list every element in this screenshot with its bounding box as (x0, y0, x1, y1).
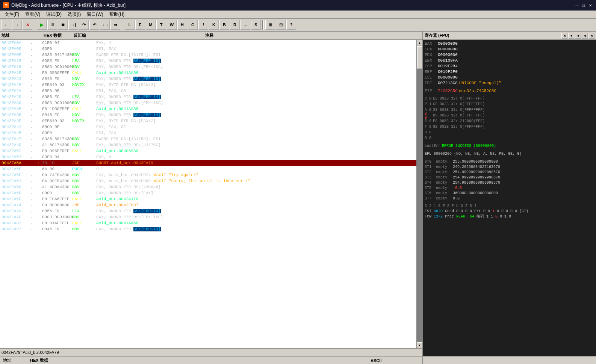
menu-debug[interactable]: 调试(D) (43, 11, 65, 18)
tb-pause[interactable]: ⏸ (47, 20, 57, 30)
disasm-row[interactable]: 0042FA5A↓7D 1DJGE SHORT Acid_bur.0042FA7… (0, 160, 416, 166)
tb-stepinto[interactable]: →| (68, 20, 78, 30)
disasm-row[interactable]: 0042FA6D.8B00MOV EAX, DWORD PTR DS:[EAX] (0, 190, 416, 196)
tb-trace[interactable]: ⇒ (110, 20, 120, 30)
tb-grid[interactable]: ⊞ (265, 20, 275, 30)
disasm-row[interactable]: 0042FA87.8B45 F0MOV EAX, DWORD PTR SS:[E… (0, 226, 416, 232)
reg-ecx-name: ECX (425, 47, 438, 51)
tb-T[interactable]: T (156, 20, 166, 30)
disasm-row[interactable]: 0042FA5C6A 00PUSH 0 (0, 166, 416, 172)
tb-H[interactable]: H (177, 20, 187, 30)
disasm-row[interactable]: 0042FA1E.E8 35B0FEFFCALL Acid_bur.0041AA… (0, 70, 416, 76)
disasm-row[interactable]: 0042FA5E.B9 74FB4200MOV ECX, Acid_bur.00… (0, 172, 416, 178)
tb-C[interactable]: C (188, 20, 198, 30)
reg-nav-left4[interactable]: ◄ (582, 33, 588, 39)
disasm-scrollbar[interactable]: ▲ ▼ (416, 40, 422, 348)
tb-help2[interactable]: ? (286, 20, 296, 30)
tb-grid2[interactable]: ⊟ (276, 20, 286, 30)
reg-nav-left5[interactable]: ◄ (588, 33, 594, 39)
tb-S[interactable]: S (251, 20, 261, 30)
menu-window[interactable]: 窗口(W) (84, 11, 106, 18)
tb-E[interactable]: E (135, 20, 145, 30)
scroll-down-btn[interactable]: ▼ (417, 342, 423, 348)
disasm-row[interactable]: 0042FA2D.8D55 ECLEA EDX, DWORD PTR SS:[E… (0, 94, 416, 100)
st7-state: empty (436, 196, 453, 201)
tb-B[interactable]: B (219, 20, 229, 30)
reg-nav-left3[interactable]: ◄ (575, 33, 581, 39)
tb-stop[interactable]: ✕ (23, 20, 32, 30)
disasm-row[interactable]: 0042FA15.8D55 F0LEA EDX, DWORD PTR SS:[E… (0, 58, 416, 64)
tb-K[interactable]: K (209, 20, 219, 30)
menu-view[interactable]: 查看(V) (22, 11, 43, 18)
disasm-row[interactable]: 0042FA52.E8 D96EFDFFCALL Acid_bur.004069… (0, 148, 416, 154)
reg-edx-val[interactable]: 00000000 (438, 53, 458, 57)
close-button[interactable]: ✕ (588, 3, 593, 8)
tb-dots[interactable]: ... (241, 20, 250, 30)
tb-slash[interactable]: / (198, 20, 208, 30)
tb-R[interactable]: R (230, 20, 240, 30)
reg-esp-val[interactable]: 0019F2B4 (438, 64, 458, 68)
disasm-dot: . (30, 89, 35, 93)
reg-ebp-val[interactable]: 0019F2F0 (438, 69, 458, 74)
disasm-row[interactable]: 0042FA45.03F0ADD ESI, EAX (0, 130, 416, 136)
disasm-row[interactable]: 0042FA7C.8B83 DC010000MOV EAX, DWORD PTR… (0, 214, 416, 220)
disasm-row[interactable]: 0042FA42.6BC0 0EIMUL EAX, EAX, 0E (0, 124, 416, 130)
tb-M[interactable]: M (146, 20, 156, 30)
minimize-button[interactable]: — (574, 3, 579, 8)
disasm-row[interactable]: 0042FA63.BA 80FB4200MOV EDX, Acid_bur.00… (0, 178, 416, 184)
disasm-row[interactable]: 0042FA36.E8 1DB0FEFFCALL Acid_bur.0041AA… (0, 106, 416, 112)
disasm-addr: 0042FA2D (0, 95, 30, 99)
disasm-row[interactable]: 0042FA79.8D55 F0LEA EDX, DWORD PTR SS:[E… (0, 208, 416, 214)
hdr-comment: 注释 (204, 33, 422, 38)
reg-esi-val[interactable]: 00000000 (438, 75, 458, 80)
scroll-thumb[interactable] (417, 46, 422, 69)
reg-ebx-val[interactable]: 006109FA (438, 58, 458, 63)
disasm-row[interactable]: 0042FA82.E8 D1AFFEFFCALL Acid_bur.0041AA… (0, 220, 416, 226)
disasm-row[interactable]: 0042FA68.A1 480A4300MOV EAX, DWORD PTR D… (0, 184, 416, 190)
reg-nav-left2[interactable]: ◄ (568, 33, 574, 39)
disasm-mnemonic: LEA (72, 59, 95, 63)
reg-edi-val[interactable]: 007213C8 (438, 81, 458, 85)
maximize-button[interactable]: □ (581, 3, 586, 8)
disasm-row[interactable]: 0042FA57.83F8 04CMP EAX, 4 (0, 154, 416, 160)
disasm-row[interactable]: 0042FA3B.8B45 ECMOV EAX, DWORD PTR SS:[E… (0, 112, 416, 118)
tb-restart[interactable]: ⏹ (58, 20, 68, 30)
reg-ecx-val[interactable]: 00000000 (438, 47, 458, 51)
menu-file[interactable]: 文件(F) (2, 11, 22, 18)
tb-L[interactable]: L (125, 20, 135, 30)
disasm-row[interactable]: 0042FA0A.C1E0 04SHL EAX, 4 (0, 40, 416, 46)
st3-val: 254.99999999999998670 (453, 175, 500, 180)
reg-segs-t: T 0 GS 002B 32↕ O(FFFFFFFF) (425, 124, 594, 130)
tb-stepover[interactable]: ↷ (79, 20, 89, 30)
disasm-mnemonic: SHL (72, 41, 95, 45)
disasm-row[interactable]: 0042FA0D.03F0ADD ESI, EAX (0, 46, 416, 52)
tb-animate[interactable]: →→ (100, 20, 110, 30)
tb-back[interactable]: ← (2, 20, 11, 30)
disasm-row[interactable]: 0042FA18.8B83 DC010000MOV EAX, DWORD PTR… (0, 64, 416, 70)
scroll-up-btn[interactable]: ▲ (417, 40, 423, 46)
flag-p-name: P 1 (425, 102, 431, 106)
tb-stepout[interactable]: ↶ (89, 20, 99, 30)
disasm-row[interactable]: 0042FA0F.8935 54174300MOV DWORD PTR DS:[… (0, 52, 416, 58)
disasm-hex: 8D55 F0 (42, 209, 72, 213)
disasm-row[interactable]: 0042FA3E.0FB640 02MOVZX EAX, BYTE PTR DS… (0, 118, 416, 124)
disasm-row[interactable]: 0042FA2A.6BF0 0BIMUL ESI, EAX, 0B (0, 88, 416, 94)
disasm-row[interactable]: 0042FA4D.A1 6C174300MOV EAX, DWORD PTR D… (0, 142, 416, 148)
disasm-row[interactable]: 0042FA74.E9 BE000000JMP Acid_bur.0042FB3… (0, 202, 416, 208)
reg-nav-left1[interactable]: ◄ (561, 33, 567, 39)
disasm-operand: ESI, EAX, 0B (95, 89, 126, 93)
menu-options[interactable]: 选项(I) (65, 11, 84, 18)
disasm-row[interactable]: 0042FA6F.E8 FCA6FFFFCALL Acid_bur.0042A1… (0, 196, 416, 202)
disasm-row[interactable]: 0042FA26.0FB640 03MOVZX EAX, BYTE PTR DS… (0, 82, 416, 88)
menu-help[interactable]: 帮助(H) (106, 11, 128, 18)
disasm-row[interactable]: 0042FA30.8B83 DC010000MOV EAX, DWORD PTR… (0, 100, 416, 106)
disasm-row[interactable]: 0042FA23.8B45 F0MOV EAX, DWORD PTR SS:[E… (0, 76, 416, 82)
tb-run[interactable]: ▶ (37, 20, 47, 30)
st2: ST2 empty 254.99999999999998670 (425, 169, 594, 175)
tb-W[interactable]: W (167, 20, 177, 30)
reg-eip-val[interactable]: 74C52C5C (438, 89, 458, 93)
reg-title: 寄存器 (FPU) (425, 33, 449, 38)
disasm-row[interactable]: 0042FA47.8935 58174300MOV DWORD PTR DS:[… (0, 136, 416, 142)
tb-fwd[interactable]: → (12, 20, 22, 30)
reg-eax-val[interactable]: 00000000 (438, 41, 458, 46)
